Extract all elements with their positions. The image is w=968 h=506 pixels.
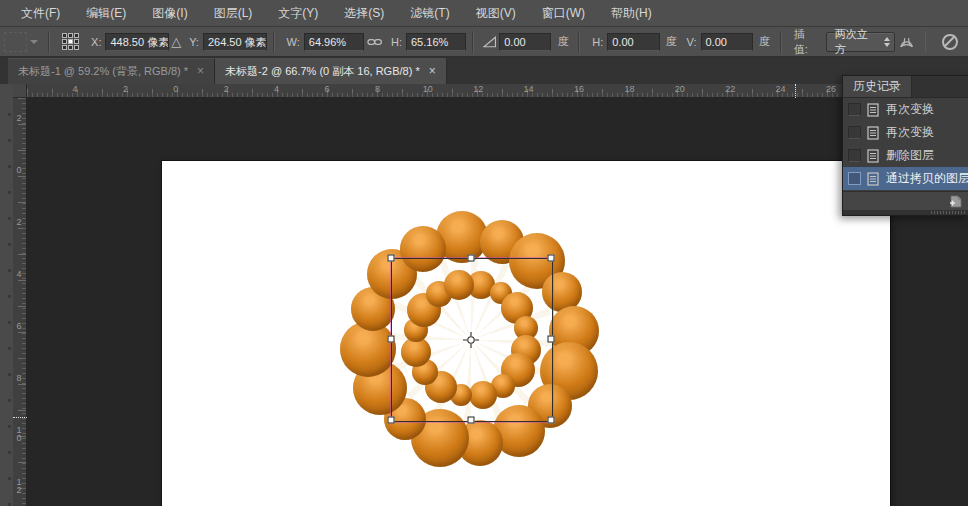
menu-item[interactable]: 窗口(W) — [529, 0, 598, 27]
tool-preset-icon[interactable] — [4, 32, 27, 52]
transform-handle-bottom-left[interactable] — [388, 417, 395, 424]
close-icon[interactable]: × — [429, 59, 436, 84]
new-document-from-state-icon[interactable] — [949, 195, 963, 208]
y-position-field[interactable]: 264.50 像素 — [203, 33, 267, 51]
cursor-position-marker — [13, 417, 27, 418]
v-skew-field[interactable]: 0.00 — [701, 33, 753, 51]
history-source-checkbox[interactable] — [848, 172, 861, 185]
transform-handle-middle-left[interactable] — [388, 336, 395, 343]
menu-item[interactable]: 文字(Y) — [265, 0, 331, 27]
horizontal-ruler[interactable]: 4202468101214161820222426 — [27, 84, 968, 98]
menu-item[interactable]: 视图(V) — [463, 0, 529, 27]
ruler-tick-label: 0 — [15, 166, 23, 174]
history-state-row[interactable]: 通过拷贝的图层 — [843, 167, 968, 190]
history-panel-tab[interactable]: 历史记录 — [843, 76, 912, 97]
warp-mode-icon[interactable] — [898, 34, 915, 50]
ruler-tick-label: 18 — [624, 84, 634, 94]
menu-item[interactable]: 图像(I) — [139, 0, 200, 27]
x-label: X: — [91, 36, 101, 48]
ruler-tick-label: 8 — [375, 84, 380, 94]
degree-label: 度 — [759, 34, 770, 49]
history-source-checkbox[interactable] — [848, 126, 861, 139]
divider — [925, 31, 927, 53]
document-tab[interactable]: 未标题-1 @ 59.2% (背景, RGB/8) *× — [8, 58, 215, 84]
chevron-down-icon[interactable] — [30, 40, 38, 44]
divider — [48, 31, 50, 53]
cancel-transform-icon[interactable] — [942, 34, 958, 50]
x-position-field[interactable]: 448.50 像素 — [105, 33, 169, 51]
history-source-checkbox[interactable] — [848, 149, 861, 162]
transform-reference-point[interactable] — [462, 331, 480, 349]
ruler-tick-label: 4 — [72, 84, 77, 94]
document-tab-label: 未标题-1 @ 59.2% (背景, RGB/8) * — [18, 59, 188, 84]
height-scale-field[interactable]: 65.16% — [406, 33, 466, 51]
divider — [472, 31, 474, 53]
document-tab[interactable]: 未标题-2 @ 66.7% (0 副本 16, RGB/8) *× — [215, 58, 447, 84]
history-state-row[interactable]: 再次变换 — [843, 121, 968, 144]
h-label: H: — [391, 36, 402, 48]
menu-item[interactable]: 图层(L) — [201, 0, 266, 27]
stepper-arrows-icon — [884, 37, 890, 47]
history-source-checkbox[interactable] — [848, 103, 861, 116]
degree-label: 度 — [557, 34, 568, 49]
history-panel: 历史记录 再次变换再次变换删除图层通过拷贝的图层 — [842, 75, 968, 216]
h-skew-field[interactable]: 0.00 — [607, 33, 659, 51]
transform-handle-middle-right[interactable] — [548, 336, 555, 343]
document-tab-bar: 未标题-1 @ 59.2% (背景, RGB/8) *×未标题-2 @ 66.7… — [0, 58, 968, 84]
rotation-field[interactable]: 0.00 — [499, 33, 551, 51]
menu-item[interactable]: 编辑(E) — [73, 0, 139, 27]
reference-point-locator[interactable] — [62, 33, 79, 50]
transform-handle-top-center[interactable] — [468, 255, 475, 262]
ruler-tick-label: 2 — [123, 84, 128, 94]
transform-handle-bottom-center[interactable] — [468, 417, 475, 424]
degree-label: 度 — [666, 34, 677, 49]
ruler-tick-label: 6 — [15, 322, 23, 330]
ruler-tick-label: 2 — [15, 114, 23, 122]
history-state-row[interactable]: 再次变换 — [843, 98, 968, 121]
w-label: W: — [287, 36, 300, 48]
delta-icon[interactable]: △ — [171, 34, 181, 50]
ruler-tick-label: 10 — [15, 426, 23, 442]
divider — [578, 31, 580, 53]
ruler-tick-label: 16 — [574, 84, 584, 94]
ruler-tick-label: 6 — [324, 84, 329, 94]
ruler-tick-label: 8 — [15, 374, 23, 382]
ruler-tick-label: 10 — [423, 84, 433, 94]
history-panel-header: 历史记录 — [843, 76, 968, 98]
ruler-tick-label: 4 — [274, 84, 279, 94]
menu-item[interactable]: 选择(S) — [331, 0, 397, 27]
history-state-label: 通过拷贝的图层 — [886, 170, 968, 187]
transform-options-bar: X: 448.50 像素 △ Y: 264.50 像素 W: 64.96% H:… — [0, 27, 968, 58]
history-state-label: 再次变换 — [886, 101, 934, 118]
ruler-tick-label: 24 — [776, 84, 786, 94]
close-icon[interactable]: × — [197, 59, 204, 84]
transform-handle-top-right[interactable] — [548, 255, 555, 262]
ruler-tick-label: 2 — [15, 218, 23, 226]
v-skew-label: V: — [687, 36, 697, 48]
ruler-tick-label: 26 — [826, 84, 836, 94]
ruler-tick-label: 12 — [473, 84, 483, 94]
ruler-tick-label: 14 — [524, 84, 534, 94]
history-state-row[interactable]: 删除图层 — [843, 144, 968, 167]
menu-item[interactable]: 滤镜(T) — [397, 0, 462, 27]
history-state-icon — [867, 103, 879, 117]
history-state-label: 再次变换 — [886, 124, 934, 141]
transform-handle-bottom-right[interactable] — [548, 417, 555, 424]
interpolation-select[interactable]: 两次立方 — [826, 32, 896, 52]
ruler-tick-label: 0 — [173, 84, 178, 94]
menu-item[interactable]: 帮助(H) — [598, 0, 665, 27]
interpolation-label: 插值: — [794, 27, 818, 57]
angle-icon[interactable] — [483, 36, 496, 48]
vertical-ruler[interactable]: 2024681012 — [13, 98, 27, 506]
history-state-label: 删除图层 — [886, 147, 934, 164]
transform-handle-top-left[interactable] — [388, 255, 395, 262]
history-state-icon — [867, 149, 879, 163]
document-tab-label: 未标题-2 @ 66.7% (0 副本 16, RGB/8) * — [225, 59, 420, 84]
menu-item[interactable]: 文件(F) — [8, 0, 73, 27]
photoshop-window: 文件(F)编辑(E)图像(I)图层(L)文字(Y)选择(S)滤镜(T)视图(V)… — [0, 0, 968, 506]
ruler-tick-label: 22 — [725, 84, 735, 94]
cursor-position-marker — [795, 84, 796, 98]
link-dimensions-icon[interactable] — [367, 36, 382, 48]
width-scale-field[interactable]: 64.96% — [304, 33, 364, 51]
panel-resize-grip[interactable] — [843, 210, 968, 215]
